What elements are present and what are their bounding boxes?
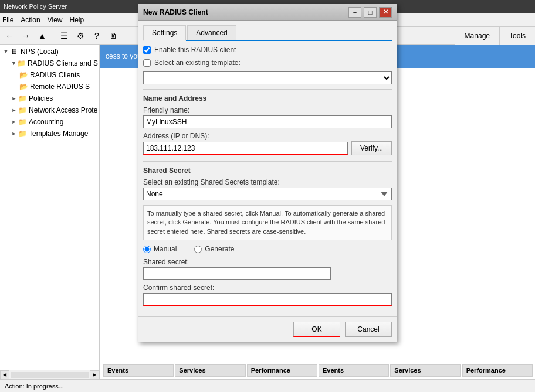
confirm-input-row [143, 293, 392, 306]
dialog-minimize-button[interactable]: − [348, 7, 361, 18]
friendly-name-group: Friendly name: [143, 106, 392, 128]
radio-row: Manual Generate [143, 245, 392, 253]
radio-manual-label: Manual [154, 245, 177, 253]
verify-button[interactable]: Verify... [351, 141, 392, 155]
template-label: Select an existing template: [154, 59, 241, 67]
friendly-name-label: Friendly name: [143, 106, 189, 114]
dialog-titlebar: New RADIUS Client − □ ✕ [138, 4, 397, 21]
tab-settings[interactable]: Settings [143, 25, 186, 41]
template-select-row [143, 71, 392, 84]
shared-secret-input-group: Shared secret: [143, 258, 392, 280]
shared-secret-section: Shared Secret Select an existing Shared … [143, 166, 392, 306]
dialog-overlay: New RADIUS Client − □ ✕ Settings Advance… [0, 0, 535, 392]
enable-checkbox-row: Enable this RADIUS client [143, 46, 392, 54]
address-group: Address (IP or DNS): Verify... [143, 132, 392, 155]
shared-secret-template-label: Select an existing Shared Secrets templa… [143, 178, 280, 186]
radio-generate-label: Generate [205, 245, 234, 253]
friendly-name-input[interactable] [143, 115, 392, 128]
dialog-body: Settings Advanced Enable this RADIUS cli… [138, 21, 397, 316]
shared-secret-title: Shared Secret [143, 166, 392, 175]
template-select-input[interactable] [143, 71, 392, 84]
confirm-secret-label: Confirm shared secret: [143, 284, 214, 292]
divider-2 [143, 161, 392, 162]
shared-secret-field-label: Shared secret: [143, 258, 189, 266]
shared-secret-note: To manually type a shared secret, click … [143, 205, 392, 240]
shared-secret-input-row [143, 267, 392, 280]
enable-label: Enable this RADIUS client [154, 46, 236, 54]
confirm-secret-input[interactable] [143, 293, 392, 306]
tab-advanced[interactable]: Advanced [187, 25, 236, 40]
name-and-address-section: Name and Address Friendly name: Address … [143, 94, 392, 155]
address-input[interactable] [143, 142, 348, 155]
enable-checkbox[interactable] [143, 46, 151, 54]
divider-1 [143, 89, 392, 90]
confirm-secret-group: Confirm shared secret: [143, 284, 392, 306]
template-checkbox[interactable] [143, 59, 151, 67]
ok-button[interactable]: OK [293, 322, 340, 337]
address-row: Verify... [143, 141, 392, 155]
radio-generate-option: Generate [194, 245, 234, 253]
tab-bar: Settings Advanced [143, 25, 392, 41]
dialog-maximize-button[interactable]: □ [364, 7, 377, 18]
address-label: Address (IP or DNS): [143, 132, 209, 140]
dialog-controls: − □ ✕ [348, 7, 392, 18]
shared-secret-select-row: None [143, 188, 392, 200]
name-address-title: Name and Address [143, 94, 392, 103]
dialog-close-button[interactable]: ✕ [379, 7, 392, 18]
new-radius-client-dialog: New RADIUS Client − □ ✕ Settings Advance… [138, 4, 397, 342]
radio-manual-option: Manual [143, 245, 177, 253]
cancel-button[interactable]: Cancel [345, 322, 392, 337]
dialog-footer: OK Cancel [138, 316, 397, 342]
shared-secret-input[interactable] [143, 267, 331, 280]
dialog-title: New RADIUS Client [143, 8, 208, 16]
shared-secret-select[interactable]: None [143, 188, 392, 200]
template-checkbox-row: Select an existing template: [143, 59, 392, 67]
radio-generate[interactable] [194, 246, 202, 253]
radio-manual[interactable] [143, 246, 151, 253]
